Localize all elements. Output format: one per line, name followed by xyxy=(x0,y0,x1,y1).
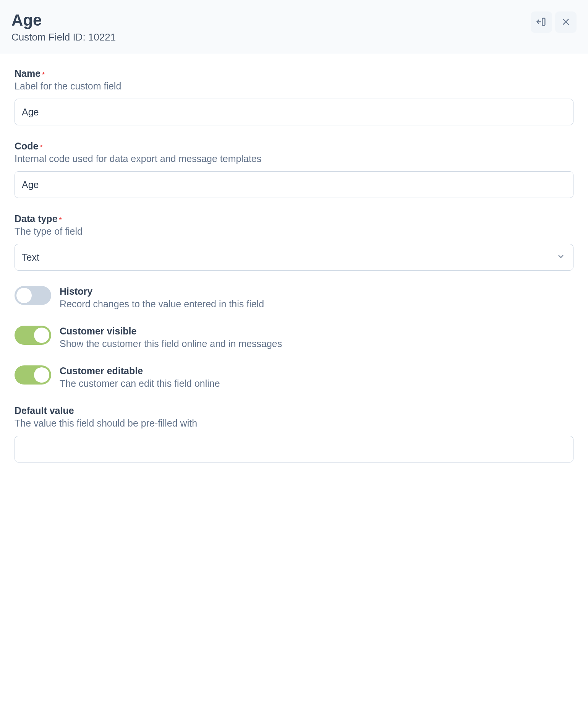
field-code: Code * Internal code used for data expor… xyxy=(15,141,573,198)
history-toggle[interactable] xyxy=(15,286,51,305)
name-hint: Label for the custom field xyxy=(15,81,573,92)
code-input[interactable] xyxy=(15,171,573,198)
history-hint: Record changes to the value entered in t… xyxy=(60,299,264,310)
collapse-icon xyxy=(536,16,547,28)
name-input[interactable] xyxy=(15,99,573,125)
field-customer-visible: Customer visible Show the customer this … xyxy=(15,326,573,349)
page-title: Age xyxy=(11,11,116,29)
customer-visible-label: Customer visible xyxy=(60,326,282,337)
field-default-value: Default value The value this field shoul… xyxy=(15,405,573,462)
form-body: Name * Label for the custom field Code *… xyxy=(0,54,588,492)
field-name: Name * Label for the custom field xyxy=(15,68,573,125)
data-type-select[interactable]: Text xyxy=(15,244,573,271)
header-title-block: Age Custom Field ID: 10221 xyxy=(11,11,116,43)
customer-editable-hint: The customer can edit this field online xyxy=(60,378,220,389)
customer-visible-hint: Show the customer this field online and … xyxy=(60,338,282,349)
customer-editable-toggle[interactable] xyxy=(15,365,51,385)
name-label: Name xyxy=(15,68,40,79)
required-asterisk: * xyxy=(42,71,45,78)
data-type-label: Data type xyxy=(15,213,58,224)
close-icon xyxy=(560,16,571,28)
svg-rect-0 xyxy=(542,18,545,25)
required-asterisk: * xyxy=(59,217,62,223)
code-hint: Internal code used for data export and m… xyxy=(15,153,573,164)
close-button[interactable] xyxy=(555,11,577,33)
header-actions xyxy=(531,11,577,33)
customer-visible-toggle[interactable] xyxy=(15,326,51,345)
field-history: History Record changes to the value ente… xyxy=(15,286,573,310)
field-data-type: Data type * The type of field Text xyxy=(15,213,573,271)
default-value-hint: The value this field should be pre-fille… xyxy=(15,418,573,429)
collapse-button[interactable] xyxy=(531,11,552,33)
history-label: History xyxy=(60,286,264,297)
toggle-handle xyxy=(16,288,32,303)
page-subtitle: Custom Field ID: 10221 xyxy=(11,31,116,43)
default-value-label: Default value xyxy=(15,405,74,416)
required-asterisk: * xyxy=(40,144,42,151)
code-label: Code xyxy=(15,141,39,151)
field-customer-editable: Customer editable The customer can edit … xyxy=(15,365,573,389)
data-type-hint: The type of field xyxy=(15,226,573,237)
page-header: Age Custom Field ID: 10221 xyxy=(0,0,588,54)
customer-editable-label: Customer editable xyxy=(60,365,220,376)
default-value-input[interactable] xyxy=(15,436,573,462)
toggle-handle xyxy=(34,367,49,383)
toggle-handle xyxy=(34,328,49,343)
